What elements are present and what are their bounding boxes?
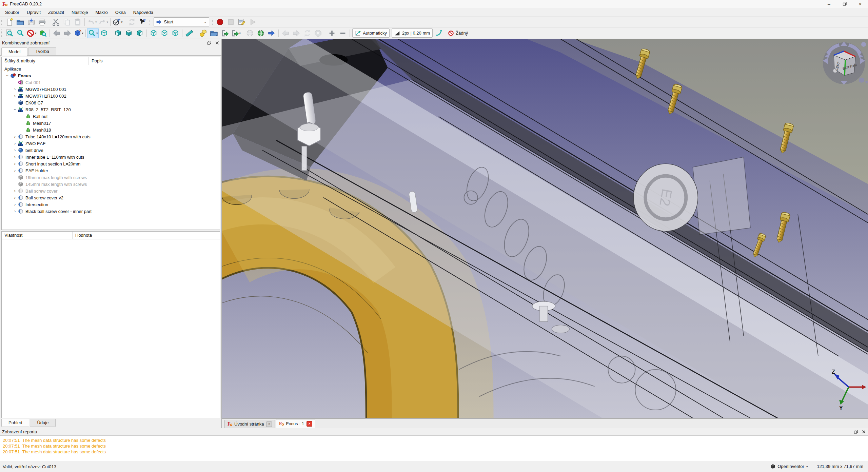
print-button[interactable] (37, 17, 47, 27)
expand-arrow-icon[interactable]: › (12, 188, 18, 194)
navigation-style-selector[interactable]: OpenInventor ▾ (766, 463, 812, 470)
tab-tvorba[interactable]: Tvorba (28, 47, 56, 55)
draft-autogroup-button[interactable]: Automaticky (352, 28, 390, 38)
view-bottom-button[interactable] (159, 28, 170, 38)
tree-item-145mm-max-length-with-screws[interactable]: 145mm max length with screws (2, 181, 220, 188)
toolbar-handle[interactable] (212, 18, 213, 26)
menu-soubor[interactable]: Soubor (1, 9, 23, 16)
tree-item-ball-screw-cover-v2[interactable]: ›Ball screw cover v2 (2, 194, 220, 201)
column-labels-attributes[interactable]: Štítky & atributy (2, 57, 89, 65)
tree-item-eaf-holder[interactable]: ›EAF Holder (2, 167, 220, 174)
expand-arrow-icon[interactable]: › (12, 140, 18, 147)
tab-model[interactable]: Model (1, 47, 27, 56)
redo-button[interactable]: ▾ (98, 17, 109, 27)
expand-arrow-icon[interactable]: › (12, 93, 18, 99)
column-property[interactable]: Vlastnost (2, 232, 73, 239)
workbench-selector[interactable]: Start ⌄ (154, 17, 209, 26)
expand-arrow-icon[interactable]: › (12, 133, 18, 140)
close-button[interactable]: × (852, 0, 868, 8)
view-right-button[interactable] (134, 28, 145, 38)
toolbar-handle[interactable] (149, 18, 151, 26)
view-forward-button[interactable] (62, 28, 73, 38)
view-front-button[interactable] (113, 28, 123, 38)
macro-edit-button[interactable] (236, 17, 247, 27)
tree-item-ball-nut[interactable]: Ball nut (2, 113, 220, 120)
menu-upravit[interactable]: Upravit (23, 9, 44, 16)
close-tab-icon[interactable]: × (307, 421, 312, 427)
expand-arrow-icon[interactable]: › (12, 201, 18, 208)
undo-button[interactable]: ▾ (86, 17, 98, 27)
mdi-tab-uvodni-stranka[interactable]: Úvodní stránka× (224, 420, 275, 428)
web-home-button[interactable] (244, 28, 255, 38)
restore-button[interactable] (837, 0, 852, 8)
expand-arrow-icon[interactable]: › (12, 208, 18, 215)
line-width-button[interactable]: 2px | 0,20 mm (392, 28, 433, 38)
expand-arrow-icon[interactable]: › (12, 160, 18, 167)
tree-item-inner-tube-l-110mm-with-cuts[interactable]: ›Inner tube L=110mm with cuts (2, 154, 220, 160)
tree-item-intersection[interactable]: ›Intersection (2, 201, 220, 208)
close-panel-icon[interactable] (862, 430, 866, 434)
part-workbench-button[interactable] (198, 28, 209, 38)
menu-makro[interactable]: Makro (92, 9, 112, 16)
zoom-tools-button[interactable]: ▾ (87, 28, 99, 38)
measure-button[interactable] (184, 28, 195, 38)
tree-item-mesh017[interactable]: Mesh017 (2, 120, 220, 126)
close-tab-icon[interactable]: × (266, 421, 272, 427)
fit-selection-button[interactable] (15, 28, 26, 38)
report-log[interactable]: 20:07:51 The mesh data structure has som… (0, 436, 868, 461)
tree-item-cut-001[interactable]: Cut 001 (2, 79, 220, 86)
3d-viewport[interactable]: E2 (222, 39, 868, 418)
expand-arrow-icon[interactable]: › (12, 86, 18, 93)
tree-document-focus[interactable]: › Focus (2, 72, 220, 79)
close-panel-icon[interactable] (215, 41, 219, 45)
tab-udaje[interactable]: Údaje (30, 419, 56, 427)
clipping-button[interactable]: ▾ (26, 28, 37, 38)
export-as-button[interactable]: ▾ (230, 28, 242, 38)
tree-root-application[interactable]: Aplikace (2, 65, 220, 72)
open-folder-button[interactable] (209, 28, 219, 38)
nav-forward-button[interactable] (291, 28, 302, 38)
expand-arrow-icon[interactable]: › (12, 194, 18, 201)
tree-item-tube-140x10-l-120mm-with-cuts[interactable]: ›Tube 140x10 L=120mm with cuts (2, 133, 220, 140)
column-value[interactable]: Hodnota (73, 232, 92, 239)
float-panel-icon[interactable] (854, 430, 858, 434)
view-isometric-button[interactable]: ▾ (73, 28, 84, 38)
draft-snap-button[interactable] (434, 28, 445, 38)
menu-okna[interactable]: Okna (112, 9, 130, 16)
collapse-arrow-icon[interactable]: › (12, 106, 18, 113)
expand-arrow-icon[interactable]: › (12, 147, 18, 154)
view-left-button[interactable] (170, 28, 181, 38)
tree-item-195mm-max-length-with-screws[interactable]: 195mm max length with screws (2, 174, 220, 181)
nav-refresh-button[interactable] (302, 28, 313, 38)
zoom-out-button[interactable] (337, 28, 348, 38)
expand-arrow-icon[interactable]: › (12, 167, 18, 174)
collapse-arrow-icon[interactable]: › (4, 73, 11, 79)
copy-button[interactable] (61, 17, 72, 27)
tree-item-mgw07h1r100-001[interactable]: ›MGW07H1R100 001 (2, 86, 220, 93)
tree-item-black-ball-screw-cover-inner-part[interactable]: ›Black ball screw cover - inner part (2, 208, 220, 215)
web-go-button[interactable] (266, 28, 277, 38)
autogroup-none-button[interactable]: Žádný (446, 29, 470, 37)
macro-record-button[interactable] (215, 17, 225, 27)
tree-item-mgw07h1r100-002[interactable]: ›MGW07H1R100 002 (2, 93, 220, 99)
column-description[interactable]: Popis (89, 57, 125, 65)
menu-napoveda[interactable]: Nápověda (130, 9, 157, 16)
whats-this-button[interactable] (137, 17, 148, 27)
minimize-button[interactable]: – (821, 0, 837, 8)
cut-button[interactable] (51, 17, 61, 27)
view-back-button[interactable] (51, 28, 62, 38)
tree-item-mesh018[interactable]: Mesh018 (2, 126, 220, 133)
new-document-button[interactable] (4, 17, 15, 27)
tree-item-belt-drive[interactable]: ›belt drive (2, 147, 220, 154)
macro-play-button[interactable] (247, 17, 258, 27)
mdi-tab-focus-1[interactable]: Focus : 1× (276, 419, 315, 428)
fit-all-button[interactable] (4, 28, 15, 38)
draw-style-button[interactable] (99, 28, 110, 38)
view-top-button[interactable] (123, 28, 134, 38)
menu-zobrazit[interactable]: Zobrazit (44, 9, 68, 16)
macro-stop-button[interactable] (225, 17, 236, 27)
tree-item-ek06-c7[interactable]: EK06 C7 (2, 99, 220, 106)
open-document-button[interactable] (15, 17, 26, 27)
axonometric-zoom-button[interactable] (37, 28, 48, 38)
nav-stop-button[interactable] (313, 28, 323, 38)
